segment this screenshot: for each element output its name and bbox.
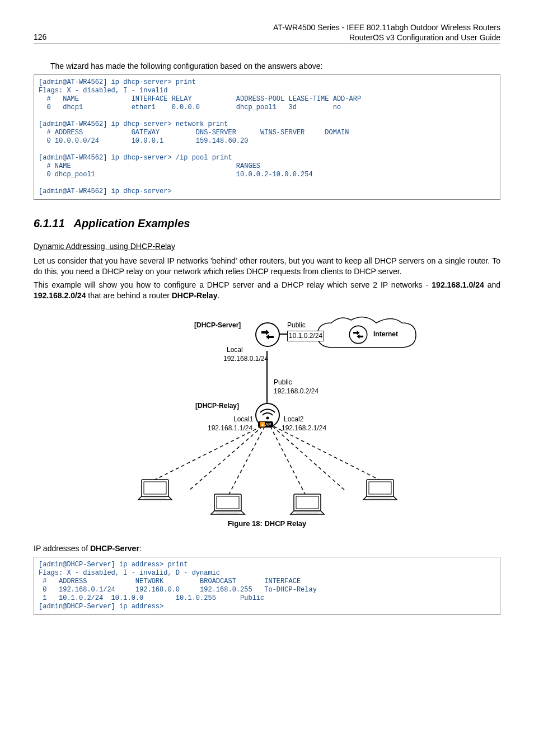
label-server-local-ip: 192.168.0.1/24 (223, 354, 268, 364)
svg-line-6 (273, 426, 345, 491)
label-local1-ip: 192.168.1.1/24 (208, 424, 252, 433)
ip-addresses-label: IP addresses of DHCP-Server: (34, 543, 500, 555)
doc-title-line1: AT-WR4500 Series - IEEE 802.11abgh Outdo… (273, 23, 500, 32)
router-icon-dhcp-server (255, 322, 280, 351)
svg-line-5 (270, 426, 306, 496)
section-heading: 6.1.11 Application Examples (34, 215, 500, 231)
svg-point-9 (349, 326, 367, 343)
section-number: 6.1.11 (34, 217, 65, 229)
paragraph-2: This example will show you how to config… (34, 280, 500, 302)
label-local1: Local1 (233, 415, 253, 424)
sub-heading: Dynamic Addressing, using DHCP-Relay (34, 241, 500, 252)
laptop-icon (209, 492, 247, 522)
label-relay-pub-ip: 192.168.0.2/24 (274, 387, 318, 396)
router-icon-internet (348, 324, 369, 349)
figure-caption: Figure 18: DHCP Relay (34, 519, 500, 529)
label-dhcp-server: [DHCP-Server] (194, 321, 241, 330)
svg-rect-13 (144, 482, 166, 494)
label-server-pub-ip: 10.1.0.2/24 (287, 331, 324, 341)
label-internet: Internet (373, 330, 398, 339)
label-local2-ip: 192.168.2.1/24 (282, 424, 326, 433)
section-title: Application Examples (74, 217, 190, 229)
laptop-icon (361, 477, 399, 508)
intro-text: The wizard has made the following config… (50, 61, 500, 72)
label-public: Public (287, 321, 306, 330)
label-dhcp-relay: [DHCP-Relay] (195, 401, 239, 411)
svg-rect-25 (369, 482, 391, 494)
svg-line-2 (155, 426, 261, 480)
paragraph-1: Let us consider that you have several IP… (34, 256, 500, 278)
svg-line-4 (228, 426, 265, 496)
svg-line-3 (189, 426, 263, 491)
svg-rect-17 (217, 496, 239, 509)
doc-title: AT-WR4500 Series - IEEE 802.11abgh Outdo… (273, 22, 500, 43)
label-local2: Local2 (284, 415, 303, 424)
svg-rect-21 (296, 496, 318, 509)
label-public-2: Public (274, 378, 292, 387)
terminal-output-dhcp-server: [admin@AT-WR4562] ip dhcp-server> print … (34, 74, 500, 200)
ap-icon-dhcp-relay: 📶AP (255, 402, 280, 431)
doc-title-line2: RouterOS v3 Configuration and User Guide (349, 33, 500, 42)
laptop-icon (288, 492, 326, 522)
laptop-icon (136, 477, 174, 508)
svg-point-11 (266, 416, 269, 419)
svg-line-7 (274, 426, 379, 480)
label-local: Local (227, 345, 243, 355)
figure-dhcp-relay: 📶AP [DHCP-Server] Public 10.1.0.2/24 Int… (34, 312, 500, 513)
page-number: 126 (34, 32, 46, 43)
page-header: 126 AT-WR4500 Series - IEEE 802.11abgh O… (34, 22, 500, 44)
svg-point-8 (256, 323, 279, 346)
ap-badge: 📶AP (258, 421, 273, 428)
terminal-output-ip-address: [admin@DHCP-Server] ip address> print Fl… (34, 557, 500, 615)
